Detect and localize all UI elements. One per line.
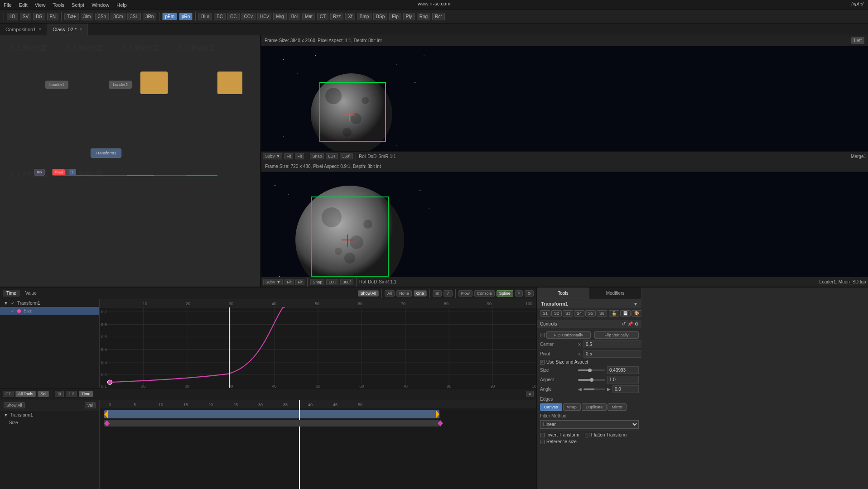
btn-edges-duplicate[interactable]: Duplicate	[582, 403, 607, 411]
node-bg[interactable]: BG	[34, 169, 45, 176]
btn-bsp[interactable]: BSp	[373, 13, 387, 20]
btn-prn[interactable]: pRn	[179, 13, 193, 20]
settings-icon[interactable]: ⚙	[635, 321, 639, 326]
btn-blur[interactable]: Blur	[198, 13, 212, 20]
menu-help[interactable]: Help	[116, 2, 127, 8]
btn-lock[interactable]: 🔒	[609, 310, 619, 316]
btn-s2[interactable]: S2	[551, 310, 562, 316]
tab-composition1-close[interactable]: ×	[39, 27, 41, 32]
menu-file[interactable]: File	[4, 2, 12, 8]
dope-layer-size[interactable]: Size	[0, 419, 99, 427]
dope-grid-btn[interactable]: ⊞	[55, 391, 64, 397]
invert-checkbox[interactable]	[540, 433, 545, 437]
btn-bol[interactable]: Bol	[289, 13, 300, 20]
ctrl-subv[interactable]: SubV ▼	[263, 153, 282, 159]
btn-bc[interactable]: BC	[214, 13, 226, 20]
rctrl-fit2[interactable]: Fit	[295, 279, 304, 285]
btn-bg[interactable]: BG	[33, 13, 45, 20]
node-transform1[interactable]: Transform1	[91, 149, 121, 158]
angle-right-arrow[interactable]: ▶	[607, 387, 611, 392]
btn-ld[interactable]: LD	[7, 13, 18, 20]
tab-class02-close[interactable]: ×	[79, 27, 82, 32]
btn-edges-mirror[interactable]: Mirror	[608, 403, 627, 411]
dope-frame-btn[interactable]: 1.2	[66, 391, 77, 397]
dope-time-btn[interactable]: Time	[79, 391, 93, 397]
btn-s3[interactable]: S3	[563, 310, 573, 316]
btn-grid[interactable]: ⊞	[433, 290, 442, 297]
btn-console[interactable]: Console	[474, 290, 495, 297]
dope-track-area[interactable]: 0 5 10 15 20 25 30 35 40 45 50	[100, 400, 536, 489]
size-slider[interactable]	[578, 369, 605, 371]
tab-composition1[interactable]: Composition1 ×	[0, 24, 47, 35]
curve-layer-transform1[interactable]: ▼ ✓ Transform1	[0, 299, 99, 307]
btn-settings[interactable]: ⚙	[525, 290, 534, 297]
center-x-input[interactable]	[583, 340, 641, 348]
flatten-checkbox[interactable]	[585, 433, 589, 437]
ctrl-fit2[interactable]: Fit	[295, 153, 304, 159]
curve-graph[interactable]: 0.7 0.6 0.5 0.4 0.3 0.2 0.1 10 20 30 40	[100, 299, 536, 388]
pivot-x-input[interactable]	[583, 350, 641, 358]
menu-view[interactable]: View	[35, 2, 46, 8]
viewer-left-canvas[interactable]	[261, 46, 868, 151]
rctrl-fit1[interactable]: Fit	[285, 279, 294, 285]
menu-window[interactable]: Window	[92, 2, 109, 8]
viewer-right-canvas[interactable]	[261, 172, 868, 277]
ctrl-fit1[interactable]: Fit	[284, 153, 293, 159]
btn-3sh[interactable]: 3Sh	[95, 13, 109, 20]
btn-val[interactable]: Val	[85, 402, 96, 408]
btn-fn[interactable]: FN	[47, 13, 58, 20]
menu-edit[interactable]: Edit	[19, 2, 28, 8]
btn-cc[interactable]: CC	[227, 13, 239, 20]
btn-none[interactable]: None	[396, 290, 412, 297]
btn-save-state[interactable]: 💾	[620, 310, 631, 316]
tab-time[interactable]: Time	[3, 290, 20, 297]
tab-value[interactable]: Value	[22, 290, 40, 297]
pin-icon[interactable]: 📌	[627, 321, 633, 326]
node-loader2[interactable]: Loader2	[109, 81, 132, 89]
dope-alltools-btn[interactable]: All Tools	[15, 391, 36, 397]
btn-s5[interactable]: S5	[585, 310, 596, 316]
btn-flip-v[interactable]: Flip Vertically	[594, 331, 639, 339]
reset-icon[interactable]: ↺	[622, 321, 626, 326]
use-size-checkbox[interactable]: ✓	[540, 360, 545, 364]
btn-one[interactable]: One	[414, 290, 427, 297]
angle-slider[interactable]	[583, 388, 605, 390]
btn-s6[interactable]: S6	[597, 310, 607, 316]
ctrl-snap[interactable]: Snap	[310, 153, 324, 159]
btn-3sl[interactable]: 3SL	[127, 13, 141, 20]
btn-3rn[interactable]: 3Rn	[143, 13, 156, 20]
tab-class02[interactable]: Class_02 * ×	[47, 24, 88, 35]
ctrl-lut[interactable]: LUT	[326, 153, 338, 159]
menu-script[interactable]: Script	[72, 2, 84, 8]
btn-all[interactable]: All	[385, 290, 395, 297]
btn-txtp[interactable]: Txt+	[64, 13, 79, 20]
rctrl-subv[interactable]: SubV ▼	[263, 279, 283, 285]
props-tab-tools[interactable]: Tools	[537, 288, 589, 299]
btn-ccv[interactable]: CCv	[241, 13, 256, 20]
flip-h-checkbox[interactable]	[540, 333, 545, 337]
btn-show-all-curve[interactable]: Show All	[358, 290, 379, 297]
props-expand-icon[interactable]: ▼	[633, 302, 638, 307]
btn-fit-curve[interactable]: ⤢	[444, 290, 453, 297]
props-tab-modifiers[interactable]: Modifiers	[589, 288, 641, 299]
aspect-slider[interactable]	[578, 379, 605, 381]
ctrl-360[interactable]: 360°	[340, 153, 353, 159]
section-controls[interactable]: Controls ↺ 📌 ⚙	[537, 320, 641, 328]
aspect-value-input[interactable]	[607, 376, 639, 384]
dope-extra[interactable]: ≡	[526, 391, 534, 397]
btn-s1[interactable]: S1	[540, 310, 550, 316]
btn-xf[interactable]: Xf	[345, 13, 355, 20]
node-thumbnail2[interactable]	[217, 72, 242, 94]
rctrl-snap[interactable]: Snap	[310, 279, 324, 285]
node-final[interactable]: Final	[52, 169, 65, 176]
curve-layer-size[interactable]: ✓ Size	[0, 307, 99, 315]
btn-bmp[interactable]: Bmp	[357, 13, 372, 20]
rctrl-360[interactable]: 360°	[340, 279, 353, 285]
node-loader1[interactable]: Loader1	[45, 81, 68, 89]
btn-edges-wrap[interactable]: Wrap	[563, 403, 581, 411]
menu-tools[interactable]: Tools	[53, 2, 64, 8]
btn-3im[interactable]: 3Im	[81, 13, 94, 20]
btn-mat[interactable]: Mat	[302, 13, 315, 20]
btn-hcv[interactable]: HCv	[257, 13, 271, 20]
aspect-slider-thumb[interactable]	[590, 378, 593, 382]
